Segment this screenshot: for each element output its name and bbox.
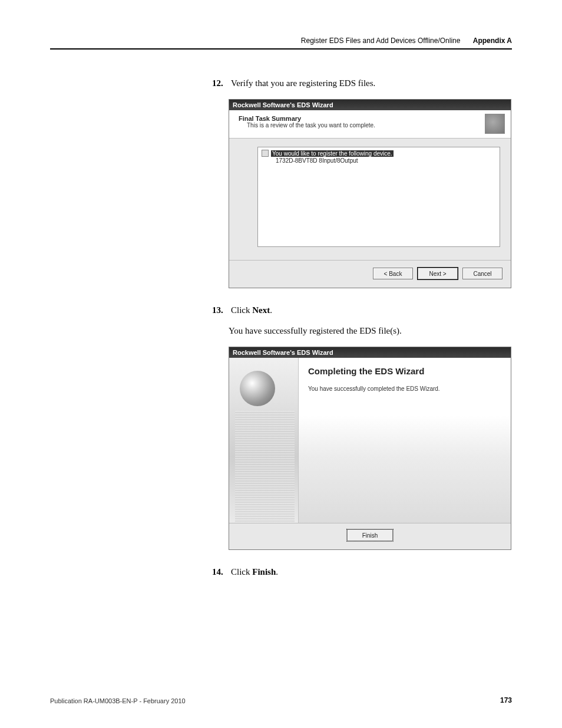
header-breadcrumb: Register EDS Files and Add Devices Offli… — [301, 37, 461, 45]
publication-id: Publication RA-UM003B-EN-P - February 20… — [50, 697, 186, 704]
step-14-number: 14. — [212, 567, 229, 577]
step-14-pre: Click — [231, 567, 252, 577]
finish-button[interactable]: Finish — [347, 529, 393, 541]
page-header: Register EDS Files and Add Devices Offli… — [50, 37, 512, 48]
step-13-bold: Next — [252, 305, 270, 315]
dialog2-titlebar: Rockwell Software's EDS Wizard — [229, 347, 511, 358]
summary-tree[interactable]: You would like to register the following… — [257, 147, 500, 247]
dialog2-button-row: Finish — [229, 523, 511, 549]
back-button[interactable]: < Back — [373, 268, 413, 279]
dialog-subheading: This is a review of the task you want to… — [247, 122, 504, 129]
cancel-button[interactable]: Cancel — [462, 268, 503, 279]
tree-child-label[interactable]: 1732D-8BVT8D 8Input/8Output — [276, 157, 496, 164]
page-number: 173 — [500, 696, 512, 704]
step-14: 14. Click Finish. — [212, 566, 512, 577]
next-button[interactable]: Next > — [418, 268, 458, 279]
eds-wizard-complete-dialog: Rockwell Software's EDS Wizard Completin… — [229, 347, 511, 550]
dialog-titlebar: Rockwell Software's EDS Wizard — [229, 100, 511, 110]
dialog-body: You would like to register the following… — [229, 139, 511, 256]
header-appendix: Appendix A — [473, 37, 512, 45]
dialog-header: Final Task Summary This is a review of t… — [229, 110, 511, 139]
step-13-post: . — [270, 305, 272, 315]
dialog2-body: Completing the EDS Wizard You have succe… — [229, 358, 511, 523]
dialog2-content: Completing the EDS Wizard You have succe… — [299, 358, 511, 523]
step-14-post: . — [276, 567, 278, 577]
wizard-logo-icon — [485, 114, 505, 134]
step-13-number: 13. — [212, 305, 229, 315]
step-13: 13. Click Next. — [212, 305, 512, 315]
step-13-pre: Click — [231, 305, 252, 315]
step-12-text: Verify that you are registering EDS file… — [231, 78, 375, 88]
header-rule — [50, 48, 512, 50]
tree-root-label: You would like to register the following… — [271, 150, 394, 157]
step-13-body: You have successfully registered the EDS… — [229, 326, 512, 336]
complete-message: You have successfully completed the EDS … — [308, 386, 501, 392]
step-12: 12. Verify that you are registering EDS … — [212, 78, 512, 88]
step-12-number: 12. — [212, 78, 229, 88]
dialog-button-row: < Back Next > Cancel — [229, 261, 511, 288]
complete-heading: Completing the EDS Wizard — [308, 366, 501, 376]
eds-wizard-summary-dialog: Rockwell Software's EDS Wizard Final Tas… — [229, 99, 511, 288]
step-14-bold: Finish — [252, 567, 276, 577]
wizard-banner-image — [229, 358, 299, 523]
tree-root-row[interactable]: You would like to register the following… — [262, 150, 496, 157]
tree-node-icon — [262, 150, 269, 157]
dialog-heading: Final Task Summary — [239, 115, 504, 122]
page-footer: Publication RA-UM003B-EN-P - February 20… — [50, 696, 512, 704]
